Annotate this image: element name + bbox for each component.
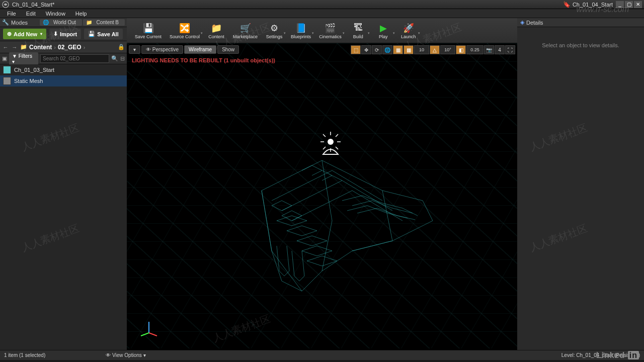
save-icon: 💾 xyxy=(141,22,155,34)
svg-point-3 xyxy=(328,139,334,145)
blueprints-button[interactable]: 📘Blueprints xyxy=(287,21,315,40)
main-toolbar: 💾Save Current 🔀Source Control 📁Content 🛒… xyxy=(127,18,517,43)
crumb-sep: › xyxy=(84,44,86,50)
title-bar: Ch_01_04_Start* 🔖 Ch_01_04_Start _ ▢ ✕ xyxy=(0,0,644,9)
camera-speed-icon[interactable]: 📷 xyxy=(484,45,494,54)
camera-speed-value[interactable]: 4 xyxy=(495,45,505,54)
nav-forward-button[interactable]: → xyxy=(11,44,18,51)
status-bar: 1 item (1 selected) 👁 View Options ▾ Lev… xyxy=(0,350,644,360)
asset-thumb-icon xyxy=(3,77,11,85)
lighting-warning: LIGHTING NEEDS TO BE REBUILT (1 unbuilt … xyxy=(132,57,275,63)
cinematics-icon: 🎬 xyxy=(323,22,337,34)
crumb-sep: › xyxy=(54,44,56,50)
crumb-content[interactable]: Content xyxy=(29,44,52,51)
marketplace-icon: 🛒 xyxy=(238,22,253,34)
build-icon: 🏗 xyxy=(351,22,365,34)
transform-move-icon[interactable]: ✥ xyxy=(361,45,371,54)
list-item[interactable]: Ch_01_03_Start xyxy=(0,64,127,75)
left-panel: 🔧 Modes 🌐 World Out 📁 Content B ⊕ Add Ne… xyxy=(0,18,127,350)
surface-snap-icon[interactable]: ▦ xyxy=(393,45,403,54)
save-all-button[interactable]: 💾 Save All xyxy=(84,29,122,39)
status-item-count: 1 item (1 selected) xyxy=(4,352,45,358)
play-button[interactable]: ▶Play xyxy=(371,21,396,40)
wrench-icon: 🔧 xyxy=(2,19,9,26)
view-options-button[interactable]: 👁 View Options ▾ xyxy=(106,352,145,358)
details-panel: ◈ Details Select an object to view detai… xyxy=(517,18,644,350)
minimize-button[interactable]: _ xyxy=(616,1,624,8)
menu-file[interactable]: File xyxy=(2,10,21,18)
folder-icon[interactable]: 📁 xyxy=(20,44,27,51)
content-button[interactable]: 📁Content xyxy=(204,21,229,40)
details-empty-message: Select an object to view details. xyxy=(517,27,644,350)
launch-icon: 🚀 xyxy=(401,22,416,34)
filter-bar: ▣ ▼ Filters ▾ 🔍 ⊟ xyxy=(0,53,127,64)
bookmark-icon[interactable]: 🔖 xyxy=(563,1,571,8)
path-lock-icon[interactable]: 🔒 xyxy=(118,44,125,51)
list-item[interactable]: Static Mesh xyxy=(0,75,127,86)
maximize-button[interactable]: ▢ xyxy=(625,1,633,8)
launch-button[interactable]: 🚀Launch xyxy=(396,21,421,40)
grid-snap-value[interactable]: 10 xyxy=(414,45,429,54)
import-button[interactable]: ⬇ Import xyxy=(49,29,81,39)
build-button[interactable]: 🏗Build xyxy=(346,21,371,40)
menu-help[interactable]: Help xyxy=(70,10,92,18)
coord-space-icon[interactable]: 🌐 xyxy=(382,45,392,54)
linkedin-logo: Linked in xyxy=(596,351,639,360)
viewport[interactable]: ▾ 👁 Perspective Wireframe Show ⬚ ✥ ⟳ 🌐 ▦… xyxy=(127,43,517,350)
asset-name: Ch_01_03_Start xyxy=(14,67,54,73)
scale-snap-value[interactable]: 0.25 xyxy=(466,45,484,54)
viewport-options-button[interactable]: ▾ xyxy=(129,45,140,54)
transform-rotate-icon[interactable]: ⟳ xyxy=(372,45,382,54)
wireframe-button[interactable]: Wireframe xyxy=(184,45,216,54)
content-browser-toolbar: ⊕ Add New ⬇ Import 💾 Save All xyxy=(0,27,127,41)
source-control-button[interactable]: 🔀Source Control xyxy=(166,21,204,40)
save-current-button[interactable]: 💾Save Current xyxy=(131,21,166,40)
breadcrumb-bar: ← → 📁 Content › 02_GEO › 🔒 xyxy=(0,41,127,53)
viewport-top-right: ⬚ ✥ ⟳ 🌐 ▦ ▦ 10 △ 10° ◧ 0.25 📷 4 ⛶ xyxy=(351,45,515,54)
angle-snap-icon[interactable]: △ xyxy=(430,45,440,54)
angle-snap-value[interactable]: 10° xyxy=(440,45,455,54)
content-icon: 📁 xyxy=(209,22,223,34)
search-icon[interactable]: 🔍 xyxy=(111,55,118,62)
crumb-geo[interactable]: 02_GEO xyxy=(58,44,82,51)
menu-bar: File Edit Window Help xyxy=(0,9,644,18)
menu-window[interactable]: Window xyxy=(41,10,70,18)
scale-snap-icon[interactable]: ◧ xyxy=(456,45,466,54)
blueprints-icon: 📘 xyxy=(294,22,308,34)
viewport-top-left: ▾ 👁 Perspective Wireframe Show xyxy=(129,45,239,54)
menu-edit[interactable]: Edit xyxy=(21,10,41,18)
search-input[interactable] xyxy=(40,54,109,63)
window-title: Ch_01_04_Start* xyxy=(12,2,563,8)
unreal-logo-icon xyxy=(2,1,9,8)
gear-icon: ⚙ xyxy=(267,22,281,34)
show-button[interactable]: Show xyxy=(217,45,239,54)
details-icon: ◈ xyxy=(520,19,524,26)
svg-line-5 xyxy=(149,333,157,336)
modes-label[interactable]: Modes xyxy=(11,20,28,26)
tab-content-browser[interactable]: 📁 Content B xyxy=(83,19,125,26)
asset-list[interactable]: Ch_01_03_Start Static Mesh xyxy=(0,64,127,350)
details-header: ◈ Details xyxy=(517,18,644,27)
cinematics-button[interactable]: 🎬Cinematics xyxy=(315,21,346,40)
collapse-icon[interactable]: ⊟ xyxy=(120,55,125,62)
grid-snap-icon[interactable]: ▦ xyxy=(404,45,414,54)
transform-select-icon[interactable]: ⬚ xyxy=(351,45,361,54)
details-title: Details xyxy=(526,20,543,26)
filter-toggle-icon[interactable]: ▣ xyxy=(2,55,7,62)
level-name-right: Ch_01_04_Start xyxy=(573,2,613,8)
center-panel: 💾Save Current 🔀Source Control 📁Content 🛒… xyxy=(127,18,517,350)
perspective-button[interactable]: 👁 Perspective xyxy=(141,45,183,54)
nav-back-button[interactable]: ← xyxy=(2,44,9,51)
add-new-button[interactable]: ⊕ Add New xyxy=(3,29,46,39)
play-icon: ▶ xyxy=(376,22,390,34)
marketplace-button[interactable]: 🛒Marketplace xyxy=(229,21,262,40)
asset-thumb-icon xyxy=(3,66,11,74)
skylight-actor-icon xyxy=(318,129,343,159)
asset-name: Static Mesh xyxy=(14,78,43,84)
settings-button[interactable]: ⚙Settings xyxy=(262,21,287,40)
maximize-viewport-icon[interactable]: ⛶ xyxy=(505,45,515,54)
tab-world-outliner[interactable]: 🌐 World Out xyxy=(40,19,82,26)
filters-button[interactable]: ▼ Filters ▾ xyxy=(9,52,38,65)
close-button[interactable]: ✕ xyxy=(634,1,642,8)
source-control-icon: 🔀 xyxy=(178,22,192,34)
